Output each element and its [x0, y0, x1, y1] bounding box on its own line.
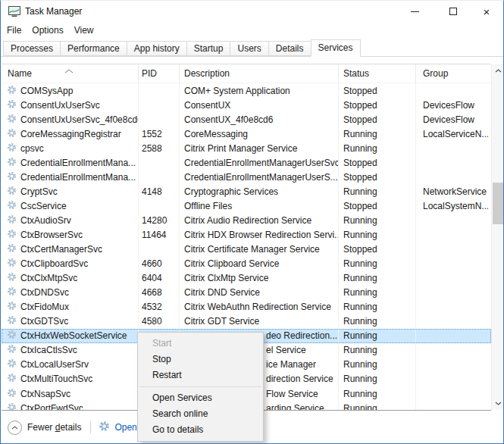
status-cell: Running — [339, 227, 416, 242]
status-cell: Stopped — [339, 98, 416, 112]
tab-users[interactable]: Users — [230, 41, 268, 56]
service-row-comsysapp[interactable]: COMSysAppCOM+ System ApplicationStopped — [2, 83, 491, 98]
service-name-cell: cpsvc — [2, 141, 139, 155]
context-menu-item-stop[interactable]: Stop — [138, 352, 263, 367]
context-menu-item-start: Start — [138, 336, 263, 352]
service-row-ctxgdtsvc[interactable]: CtxGDTSvc4580Citrix GDT ServiceRunning — [2, 314, 491, 329]
service-name-cell: CtxMultiTouchSvc — [2, 372, 139, 386]
tab-processes[interactable]: Processes — [3, 41, 61, 56]
column-header-group[interactable]: Group — [416, 64, 488, 83]
menu-file[interactable]: File — [7, 25, 21, 36]
fewer-details-label: Fewer details — [27, 422, 81, 433]
status-cell: Running — [339, 184, 416, 199]
service-row-credentialenrollmentmana-[interactable]: CredentialEnrollmentMana...CredentialEnr… — [2, 170, 491, 184]
group-cell — [416, 358, 488, 372]
pid-cell — [139, 155, 180, 170]
service-row-ctxcertmanagersvc[interactable]: CtxCertManagerSvcCitrix Certificate Mana… — [2, 242, 491, 257]
scrollbar-thumb[interactable] — [493, 183, 503, 224]
context-menu-item-go-to-details[interactable]: Go to details — [138, 422, 263, 438]
fewer-details-button[interactable]: Fewer details — [8, 421, 81, 435]
service-name-cell: CscService — [2, 199, 139, 213]
scroll-up-button[interactable] — [492, 64, 504, 77]
service-row-cscservice[interactable]: CscServiceOffline FilesStoppedLocalSyste… — [2, 199, 491, 213]
service-row-consentuxusersvc-4f0e8cd6[interactable]: ConsentUxUserSvc_4f0e8cd6ConsentUX_4f0e8… — [2, 112, 491, 127]
status-cell: Stopped — [339, 170, 416, 184]
context-menu-item-search-online[interactable]: Search online — [138, 406, 263, 422]
pid-cell — [139, 170, 180, 184]
group-cell: LocalSystemN... — [416, 199, 488, 213]
task-manager-app-icon — [8, 6, 20, 17]
service-row-consentuxusersvc[interactable]: ConsentUxUserSvcConsentUXStoppedDevicesF… — [2, 98, 491, 112]
description-cell: Citrix WebAuthn Redirection Service — [180, 300, 339, 314]
description-cell: Citrix ClxMtp Service — [180, 271, 339, 286]
gear-icon — [7, 358, 17, 371]
minimize-button[interactable] — [399, 1, 430, 22]
context-menu-item-open-services[interactable]: Open Services — [138, 390, 263, 406]
description-cell: COM+ System Application — [180, 83, 339, 98]
gear-icon — [7, 373, 17, 385]
group-cell — [416, 83, 488, 98]
title-bar: Task Manager × — [1, 1, 503, 22]
service-name-cell: CtxPortFwdSvc — [2, 401, 139, 410]
service-row-coremessagingregistrar[interactable]: CoreMessagingRegistrar1552CoreMessagingR… — [2, 127, 491, 141]
group-cell — [416, 343, 488, 358]
service-row-credentialenrollmentmana-[interactable]: CredentialEnrollmentMana...CredentialEnr… — [2, 155, 491, 170]
status-cell: Stopped — [339, 199, 416, 213]
status-cell: Running — [339, 213, 416, 227]
services-gear-icon — [99, 421, 110, 434]
close-button[interactable]: × — [471, 1, 502, 22]
service-name-cell: CtxIcaCtlsSvc — [2, 343, 139, 358]
tab-app-history[interactable]: App history — [127, 41, 187, 56]
status-cell: Stopped — [339, 112, 416, 127]
tab-performance[interactable]: Performance — [60, 41, 127, 56]
scroll-down-button[interactable] — [492, 397, 504, 410]
pid-cell — [139, 242, 180, 257]
vertical-scrollbar[interactable] — [491, 64, 504, 410]
gear-icon — [7, 214, 17, 227]
service-row-cpsvc[interactable]: cpsvc2588Citrix Print Manager ServiceRun… — [2, 141, 491, 155]
pid-cell: 6404 — [139, 271, 180, 286]
tab-services[interactable]: Services — [311, 39, 361, 57]
description-cell: Cryptographic Services — [180, 184, 339, 199]
tab-details[interactable]: Details — [268, 41, 311, 56]
menu-options[interactable]: Options — [32, 25, 63, 36]
status-cell: Running — [339, 329, 416, 343]
gear-icon — [7, 402, 17, 410]
chevron-up-circle-icon — [8, 421, 22, 435]
maximize-button[interactable] — [438, 1, 468, 22]
service-row-ctxaudiosrv[interactable]: CtxAudioSrv14280Citrix Audio Redirection… — [2, 213, 491, 227]
status-cell: Running — [339, 372, 416, 386]
pid-cell: 4148 — [139, 184, 180, 199]
context-menu-separator — [139, 386, 261, 387]
gear-icon — [7, 99, 17, 111]
tab-startup[interactable]: Startup — [186, 41, 231, 56]
description-cell: Citrix HDX Browser Redirection Servi... — [180, 227, 339, 242]
group-cell — [416, 329, 488, 343]
service-row-ctxclipboardsvc[interactable]: CtxClipboardSvc4660Citrix Clipboard Serv… — [2, 257, 491, 271]
description-cell: Citrix Clipboard Service — [180, 257, 339, 271]
service-name-cell: CtxBrowserSvc — [2, 227, 139, 242]
service-row-cryptsvc[interactable]: CryptSvc4148Cryptographic ServicesRunnin… — [2, 184, 491, 199]
description-cell: CoreMessaging — [180, 127, 339, 141]
group-cell — [416, 300, 488, 314]
menu-view[interactable]: View — [74, 25, 94, 36]
window-title: Task Manager — [25, 6, 82, 17]
gear-icon — [7, 114, 17, 126]
sort-ascending-icon — [64, 65, 74, 76]
service-row-ctxclxmtpsvc[interactable]: CtxClxMtpSvc6404Citrix ClxMtp ServiceRun… — [2, 271, 491, 286]
context-menu-item-restart[interactable]: Restart — [138, 367, 263, 383]
status-cell: Running — [339, 271, 416, 286]
pid-cell: 11464 — [139, 227, 180, 242]
column-header-description[interactable]: Description — [180, 64, 339, 83]
group-cell — [416, 170, 488, 184]
column-header-pid[interactable]: PID — [139, 64, 180, 83]
gear-icon — [7, 301, 17, 313]
service-row-ctxfidomux[interactable]: CtxFidoMux4532Citrix WebAuthn Redirectio… — [2, 300, 491, 314]
service-name-cell: COMSysApp — [2, 83, 139, 98]
service-row-ctxdndsvc[interactable]: CtxDNDSvc4668Citrix DND ServiceRunning — [2, 286, 491, 300]
menu-bar: FileOptionsView — [1, 23, 504, 37]
tab-strip: ProcessesPerformanceApp historyStartupUs… — [1, 39, 504, 57]
service-row-ctxbrowsersvc[interactable]: CtxBrowserSvc11464Citrix HDX Browser Red… — [2, 227, 491, 242]
service-name-cell: CtxClxMtpSvc — [2, 271, 139, 286]
column-header-status[interactable]: Status — [339, 64, 416, 83]
